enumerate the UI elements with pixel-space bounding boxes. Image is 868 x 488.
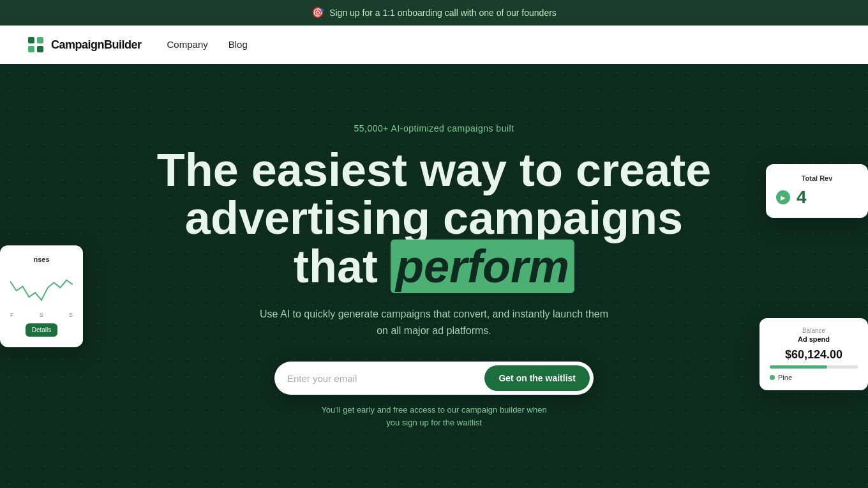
- balance-progress-bar: [770, 365, 858, 369]
- hero-heading: The easiest way to create advertising ca…: [147, 146, 721, 291]
- pine-dot: [770, 375, 775, 380]
- chart-label-f: F: [10, 312, 14, 318]
- svg-rect-1: [37, 37, 43, 43]
- nav-logo[interactable]: CampaignBuilder: [26, 34, 142, 55]
- hero-subtitle: 55,000+ AI-optimized campaigns built: [354, 123, 514, 133]
- svg-rect-3: [37, 46, 43, 52]
- balance-label: Balance: [770, 327, 858, 334]
- waitlist-button[interactable]: Get on the waitlist: [484, 365, 590, 391]
- balance-amount: $60,124.00: [770, 348, 858, 362]
- pine-text: Pine: [778, 374, 792, 381]
- hero-heading-part1: The easiest way to create: [157, 144, 711, 195]
- hero-section: nses F S S Details Total Rev ▶ 4 Balance…: [0, 64, 868, 488]
- navbar: CampaignBuilder Company Blog: [0, 26, 868, 64]
- logo-icon: [26, 34, 46, 55]
- form-note-line1: You'll get early and free access to our …: [321, 405, 546, 415]
- hero-heading-highlight: perform: [391, 240, 574, 293]
- hero-description: Use AI to quickly generate campaigns tha…: [255, 306, 613, 339]
- chart-label-s: S: [40, 312, 43, 318]
- mini-chart: [10, 268, 73, 307]
- svg-rect-0: [28, 37, 34, 43]
- card-balance: Balance Ad spend $60,124.00 Pine: [760, 318, 868, 390]
- chart-labels: F S S: [10, 312, 73, 318]
- banner-text: Sign up for a 1:1 onboarding call with o…: [329, 8, 557, 18]
- card-total-rev: Total Rev ▶ 4: [766, 164, 868, 218]
- nav-blog-link[interactable]: Blog: [228, 39, 248, 50]
- chart-label-s2: S: [69, 312, 73, 318]
- rev-icon: ▶: [776, 190, 790, 204]
- pine-label: Pine: [770, 374, 858, 381]
- banner-icon: 🎯: [311, 6, 324, 19]
- nav-company-link[interactable]: Company: [167, 39, 208, 50]
- logo-text: CampaignBuilder: [51, 38, 142, 52]
- details-button[interactable]: Details: [26, 323, 58, 337]
- card-expenses-title: nses: [10, 255, 73, 263]
- svg-rect-2: [28, 46, 34, 52]
- balance-subtitle: Ad spend: [770, 335, 858, 343]
- email-form: Get on the waitlist: [274, 362, 594, 395]
- top-banner: 🎯 Sign up for a 1:1 onboarding call with…: [0, 0, 868, 26]
- form-note-line2: you sign up for the waitlist: [386, 418, 482, 427]
- email-input[interactable]: [287, 373, 484, 384]
- card-expenses: nses F S S Details: [0, 245, 83, 347]
- rev-amount: 4: [797, 187, 807, 208]
- nav-links: Company Blog: [167, 39, 248, 50]
- form-note: You'll get early and free access to our …: [321, 404, 546, 429]
- balance-progress-fill: [770, 365, 827, 369]
- card-rev-title: Total Rev: [776, 174, 858, 182]
